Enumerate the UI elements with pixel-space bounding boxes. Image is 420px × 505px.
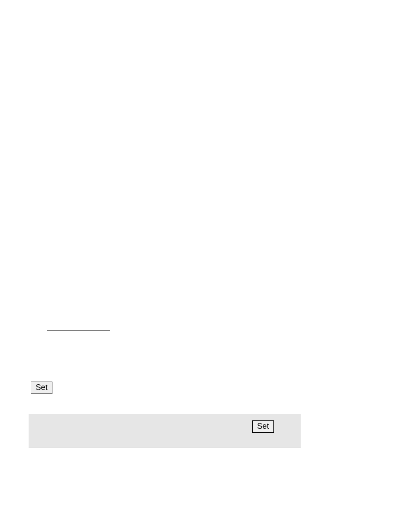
table-row: Set	[29, 414, 301, 448]
set-button[interactable]: Set	[31, 382, 52, 394]
text-underline	[47, 330, 110, 331]
table-container: Set	[29, 414, 301, 448]
set-button[interactable]: Set	[252, 420, 274, 433]
